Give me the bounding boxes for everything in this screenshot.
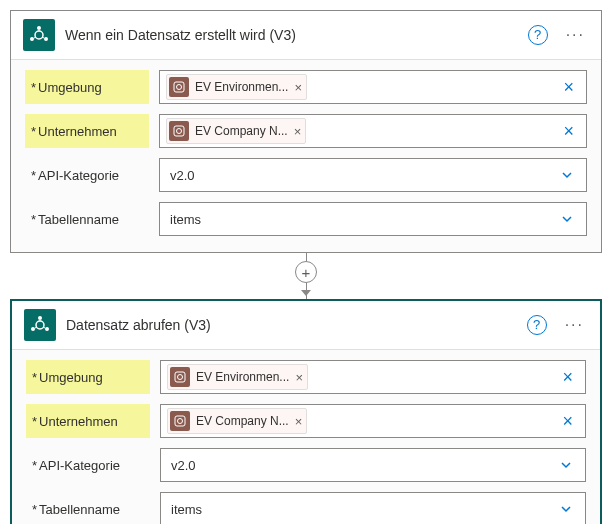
clear-field-icon[interactable]: ×	[557, 77, 580, 98]
label-unternehmen: *Unternehmen	[26, 404, 150, 438]
more-button[interactable]: ···	[562, 26, 589, 44]
label-api-kategorie: *API-Kategorie	[26, 448, 150, 482]
svg-point-12	[38, 316, 42, 320]
row-api-kategorie: *API-Kategorie v2.0	[26, 448, 586, 482]
card-body: *Umgebung EV Environmen... × × *Unterneh…	[11, 60, 601, 252]
more-button[interactable]: ···	[561, 316, 588, 334]
step-connector: +	[10, 253, 602, 299]
card-header[interactable]: Wenn ein Datensatz erstellt wird (V3) ? …	[11, 11, 601, 60]
token-umgebung[interactable]: EV Environmen... ×	[167, 364, 308, 390]
row-api-kategorie: *API-Kategorie v2.0	[25, 158, 587, 192]
connector-icon	[24, 309, 56, 341]
dynamic-content-icon	[169, 77, 189, 97]
action-card: Datensatz abrufen (V3) ? ··· *Umgebung E…	[10, 299, 602, 524]
field-tabellenname[interactable]: items	[159, 202, 587, 236]
clear-field-icon[interactable]: ×	[556, 411, 579, 432]
trigger-card: Wenn ein Datensatz erstellt wird (V3) ? …	[10, 10, 602, 253]
field-tabellenname[interactable]: items	[160, 492, 586, 524]
svg-point-10	[177, 129, 182, 134]
svg-rect-20	[175, 416, 185, 426]
help-button[interactable]: ?	[527, 315, 547, 335]
label-umgebung: *Umgebung	[25, 70, 149, 104]
field-unternehmen[interactable]: EV Company N... × ×	[160, 404, 586, 438]
row-tabellenname: *Tabellenname items	[26, 492, 586, 524]
token-remove[interactable]: ×	[294, 124, 302, 139]
chevron-down-icon[interactable]	[554, 212, 580, 226]
row-unternehmen: *Unternehmen EV Company N... × ×	[26, 404, 586, 438]
row-umgebung: *Umgebung EV Environmen... × ×	[26, 360, 586, 394]
label-unternehmen: *Unternehmen	[25, 114, 149, 148]
token-remove[interactable]: ×	[294, 80, 302, 95]
label-api-kategorie: *API-Kategorie	[25, 158, 149, 192]
svg-point-21	[178, 419, 183, 424]
token-unternehmen[interactable]: EV Company N... ×	[166, 118, 306, 144]
clear-field-icon[interactable]: ×	[557, 121, 580, 142]
svg-point-19	[178, 375, 183, 380]
field-api-kategorie[interactable]: v2.0	[159, 158, 587, 192]
label-tabellenname: *Tabellenname	[25, 202, 149, 236]
label-umgebung: *Umgebung	[26, 360, 150, 394]
row-unternehmen: *Unternehmen EV Company N... × ×	[25, 114, 587, 148]
arrow-down-icon	[299, 286, 313, 301]
svg-point-14	[45, 327, 49, 331]
token-remove[interactable]: ×	[295, 370, 303, 385]
connector-icon	[23, 19, 55, 51]
label-tabellenname: *Tabellenname	[26, 492, 150, 524]
svg-rect-18	[175, 372, 185, 382]
field-umgebung[interactable]: EV Environmen... × ×	[159, 70, 587, 104]
row-umgebung: *Umgebung EV Environmen... × ×	[25, 70, 587, 104]
add-step-button[interactable]: +	[295, 261, 317, 283]
token-remove[interactable]: ×	[295, 414, 303, 429]
chevron-down-icon[interactable]	[554, 168, 580, 182]
token-unternehmen[interactable]: EV Company N... ×	[167, 408, 307, 434]
dynamic-content-icon	[169, 121, 189, 141]
help-button[interactable]: ?	[528, 25, 548, 45]
chevron-down-icon[interactable]	[553, 502, 579, 516]
svg-point-3	[44, 37, 48, 41]
svg-point-1	[37, 26, 41, 30]
field-api-kategorie[interactable]: v2.0	[160, 448, 586, 482]
svg-point-11	[36, 321, 44, 329]
row-tabellenname: *Tabellenname items	[25, 202, 587, 236]
svg-rect-9	[174, 126, 184, 136]
token-umgebung[interactable]: EV Environmen... ×	[166, 74, 307, 100]
field-umgebung[interactable]: EV Environmen... × ×	[160, 360, 586, 394]
clear-field-icon[interactable]: ×	[556, 367, 579, 388]
card-body: *Umgebung EV Environmen... × × *Unterneh…	[12, 350, 600, 524]
dynamic-content-icon	[170, 367, 190, 387]
field-unternehmen[interactable]: EV Company N... × ×	[159, 114, 587, 148]
svg-point-13	[31, 327, 35, 331]
card-title: Datensatz abrufen (V3)	[66, 317, 527, 333]
card-title: Wenn ein Datensatz erstellt wird (V3)	[65, 27, 528, 43]
dynamic-content-icon	[170, 411, 190, 431]
svg-point-8	[177, 85, 182, 90]
chevron-down-icon[interactable]	[553, 458, 579, 472]
svg-rect-7	[174, 82, 184, 92]
svg-point-2	[30, 37, 34, 41]
card-header[interactable]: Datensatz abrufen (V3) ? ···	[12, 301, 600, 350]
svg-point-0	[35, 31, 43, 39]
